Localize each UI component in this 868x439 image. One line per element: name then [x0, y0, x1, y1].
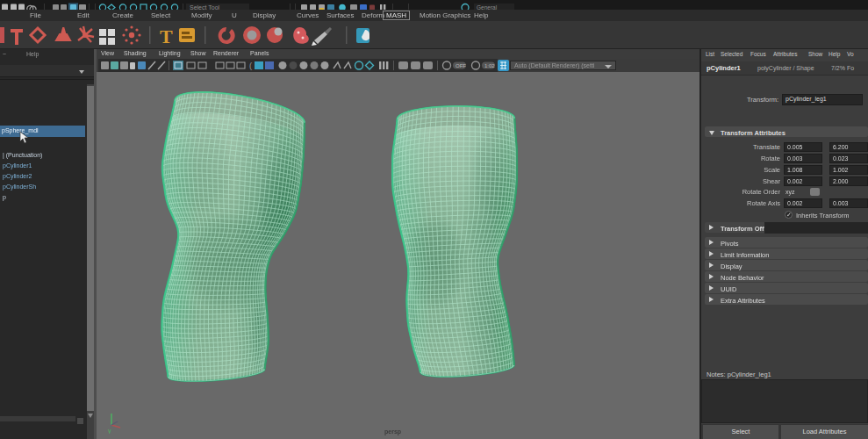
svg-text:T: T	[160, 25, 173, 47]
svg-text:(: (	[249, 61, 252, 70]
svg-text:y: y	[108, 428, 111, 434]
svg-text:1:02: 1:02	[484, 63, 495, 68]
svg-text:OFF: OFF	[456, 63, 466, 68]
